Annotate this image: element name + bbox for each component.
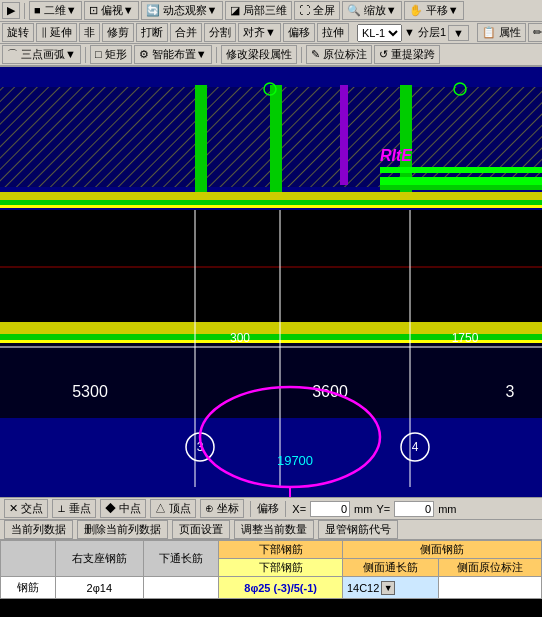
col-right-support-header: 右支座钢筋 [55,541,143,577]
x-coord-input[interactable] [310,501,350,517]
side-through-expand-btn[interactable]: ▼ [381,581,395,595]
pan-btn[interactable]: ✋ 平移▼ [404,1,464,20]
col-side-section-header: 侧面钢筋 [342,541,541,559]
break-btn[interactable]: 打断 [136,23,168,42]
status-bar: ✕ 交点 ⊥ 垂点 ◆ 中点 △ 顶点 ⊕ 坐标 偏移 X= mm Y= mm [0,497,542,519]
side-through-value: 14C12 [347,582,379,594]
svg-rect-16 [380,185,542,190]
dynamic-observe-btn[interactable]: 🔄 动态观察▼ [141,1,223,20]
three-arc-btn[interactable]: ⌒ 三点画弧▼ [2,45,81,64]
svg-rect-7 [340,85,348,185]
adjust-qty-btn[interactable]: 调整当前数量 [234,520,314,539]
svg-text:4: 4 [412,440,419,454]
cell-bottom-rebar[interactable]: 8φ25 (-3)/5(-1) [219,577,343,599]
non-btn[interactable]: 非 [79,23,100,42]
toolbar-row2: 旋转 ‖ 延伸 非 修剪 打断 合并 分割 对齐▼ 偏移 拉伸 KL-1 ▼ 分… [0,22,542,44]
cad-canvas-area[interactable]: 300 1750 5300 3600 3 3 4 19700 RItE [0,67,542,497]
local-3d-btn[interactable]: ◪ 局部三维 [225,1,292,20]
svg-text:1750: 1750 [452,331,479,345]
col-side-through-header: 侧面通长筋 [342,559,438,577]
cell-side-through[interactable]: 14C12 ▼ [342,577,438,599]
cell-right-support[interactable]: 2φ14 [55,577,143,599]
col-rebar-header [1,541,56,577]
attr-btn[interactable]: 📋 属性 [477,23,526,42]
snap-mid-btn[interactable]: ◆ 中点 [100,499,146,518]
svg-rect-17 [380,167,542,173]
current-col-data-btn[interactable]: 当前列数据 [4,520,73,539]
separator [24,3,25,19]
svg-rect-14 [0,205,542,208]
align-btn[interactable]: 对齐▼ [238,23,281,42]
svg-text:19700: 19700 [277,453,313,468]
cell-rebar-label: 钢筋 [1,577,56,599]
col-side-original-header: 侧面原位标注 [439,559,542,577]
svg-rect-13 [0,200,542,205]
kl-select[interactable]: KL-1 [357,24,402,42]
table-row: 钢筋 2φ14 8φ25 (-3)/5(-1) 14C12 ▼ [1,577,542,599]
edit-rebar-btn[interactable]: ✏ 编辑钢筋 [528,23,542,42]
cad-drawing: 300 1750 5300 3600 3 3 4 19700 RItE [0,67,542,497]
layer-label: ▼ 分层1 [404,25,446,40]
data-tabs: 当前列数据 删除当前列数据 页面设置 调整当前数量 显管钢筋代号 [0,520,542,540]
delete-col-data-btn[interactable]: 删除当前列数据 [77,520,168,539]
rebar-data-table: 右支座钢筋 下通长筋 下部钢筋 侧面钢筋 下部钢筋 侧面通长筋 侧面原位标注 钢… [0,540,542,599]
offset-label: 偏移 [257,501,279,516]
zoom-btn[interactable]: 🔍 缩放▼ [342,1,402,20]
show-rebar-code-btn[interactable]: 显管钢筋代号 [318,520,398,539]
toolbar-row1: ▶ ■ 二维▼ ⊡ 偏视▼ 🔄 动态观察▼ ◪ 局部三维 ⛶ 全屏 🔍 缩放▼ … [0,0,542,22]
svg-rect-6 [270,85,282,205]
snap-cross-btn[interactable]: ✕ 交点 [4,499,48,518]
smart-layout-btn[interactable]: ⚙ 智能布置▼ [134,45,212,64]
rect-btn[interactable]: □ 矩形 [90,45,132,64]
data-table-container: 右支座钢筋 下通长筋 下部钢筋 侧面钢筋 下部钢筋 侧面通长筋 侧面原位标注 钢… [0,540,542,599]
merge-btn[interactable]: 合并 [170,23,202,42]
data-panel: 当前列数据 删除当前列数据 页面设置 调整当前数量 显管钢筋代号 右支座钢筋 下… [0,519,542,599]
page-settings-btn[interactable]: 页面设置 [172,520,230,539]
svg-rect-19 [0,210,542,330]
toolbar-row3: ⌒ 三点画弧▼ □ 矩形 ⚙ 智能布置▼ 修改梁段属性 ✎ 原位标注 ↺ 重提梁… [0,44,542,66]
col-through-header: 下通长筋 [143,541,219,577]
snap-coord-btn[interactable]: ⊕ 坐标 [200,499,244,518]
2d-view-btn[interactable]: ■ 二维▼ [29,1,82,20]
layer-select-btn[interactable]: ▼ [448,25,469,41]
y-mm-label: mm [438,503,456,515]
sep5 [85,47,86,63]
svg-text:300: 300 [230,331,250,345]
col-bottom-rebar-header: 下部钢筋 [219,559,343,577]
sep6 [216,47,217,63]
svg-text:5300: 5300 [72,383,108,400]
cell-side-original[interactable] [439,577,542,599]
split-btn[interactable]: 分割 [204,23,236,42]
y-coord-label: Y= [376,503,390,515]
re-extract-btn[interactable]: ↺ 重提梁跨 [374,45,440,64]
original-mark-btn[interactable]: ✎ 原位标注 [306,45,372,64]
x-coord-label: X= [292,503,306,515]
svg-text:3: 3 [506,383,515,400]
sep8 [250,501,251,517]
snap-vertex-btn[interactable]: △ 顶点 [150,499,196,518]
extend-btn[interactable]: ‖ 延伸 [36,23,77,42]
svg-rect-12 [0,192,542,200]
y-coord-input[interactable] [394,501,434,517]
stretch-btn[interactable]: 拉伸 [317,23,349,42]
offset-btn[interactable]: 偏移 [283,23,315,42]
svg-text:RItE: RItE [380,147,413,164]
col-bottom-section-header: 下部钢筋 [219,541,343,559]
bias-view-btn[interactable]: ⊡ 偏视▼ [84,1,139,20]
fullscreen-btn[interactable]: ⛶ 全屏 [294,1,340,20]
trim-btn[interactable]: 修剪 [102,23,134,42]
arrow-btn[interactable]: ▶ [2,2,20,19]
svg-rect-24 [0,343,542,418]
x-mm-label: mm [354,503,372,515]
sep9 [285,501,286,517]
sep7 [301,47,302,63]
rotate-btn[interactable]: 旋转 [2,23,34,42]
svg-rect-15 [380,177,542,185]
modify-beam-btn[interactable]: 修改梁段属性 [221,45,297,64]
svg-rect-5 [195,85,207,195]
cell-through-rebar[interactable] [143,577,219,599]
snap-perp-btn[interactable]: ⊥ 垂点 [52,499,96,518]
